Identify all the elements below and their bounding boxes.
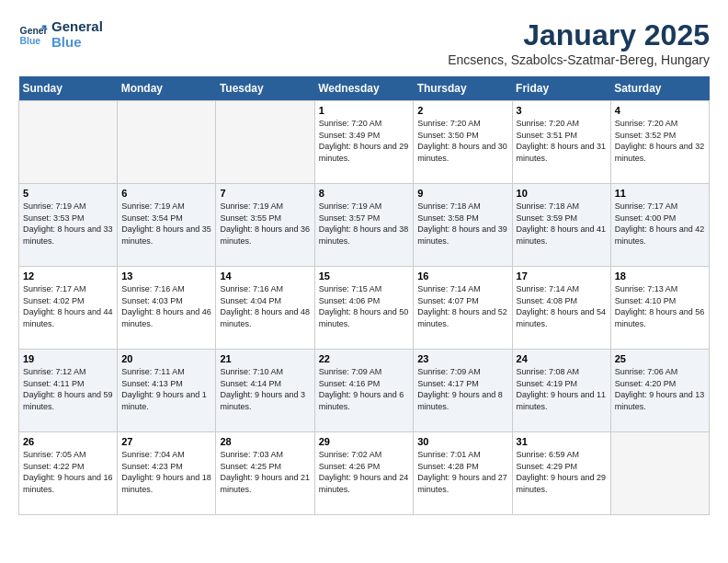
day-number: 28 bbox=[220, 436, 310, 447]
calendar-cell: 1Sunrise: 7:20 AM Sunset: 3:49 PM Daylig… bbox=[314, 101, 414, 184]
day-info: Sunrise: 7:20 AM Sunset: 3:49 PM Dayligh… bbox=[319, 118, 410, 164]
day-number: 19 bbox=[23, 353, 113, 364]
day-number: 3 bbox=[517, 105, 607, 116]
calendar-cell: 5Sunrise: 7:19 AM Sunset: 3:53 PM Daylig… bbox=[19, 184, 118, 267]
day-info: Sunrise: 7:13 AM Sunset: 4:10 PM Dayligh… bbox=[615, 283, 705, 329]
day-number: 30 bbox=[417, 436, 507, 447]
weekday-header-thursday: Thursday bbox=[414, 76, 512, 101]
day-info: Sunrise: 7:12 AM Sunset: 4:11 PM Dayligh… bbox=[23, 366, 113, 412]
calendar-cell: 6Sunrise: 7:19 AM Sunset: 3:54 PM Daylig… bbox=[118, 184, 216, 267]
calendar-cell: 2Sunrise: 7:20 AM Sunset: 3:50 PM Daylig… bbox=[414, 101, 512, 184]
page-header: General Blue General Blue January 2025 E… bbox=[18, 18, 710, 67]
day-number: 17 bbox=[517, 270, 607, 282]
calendar-cell: 15Sunrise: 7:15 AM Sunset: 4:06 PM Dayli… bbox=[314, 267, 414, 350]
calendar-cell: 3Sunrise: 7:20 AM Sunset: 3:51 PM Daylig… bbox=[512, 101, 610, 184]
day-info: Sunrise: 7:14 AM Sunset: 4:08 PM Dayligh… bbox=[517, 283, 607, 329]
weekday-header-tuesday: Tuesday bbox=[216, 76, 314, 101]
calendar-cell: 29Sunrise: 7:02 AM Sunset: 4:26 PM Dayli… bbox=[314, 432, 414, 515]
day-number: 31 bbox=[517, 436, 607, 447]
day-info: Sunrise: 7:19 AM Sunset: 3:57 PM Dayligh… bbox=[319, 201, 410, 247]
day-number: 23 bbox=[417, 353, 507, 364]
day-number: 21 bbox=[220, 353, 310, 364]
calendar-cell: 25Sunrise: 7:06 AM Sunset: 4:20 PM Dayli… bbox=[610, 350, 709, 432]
calendar-week-row: 1Sunrise: 7:20 AM Sunset: 3:49 PM Daylig… bbox=[19, 101, 710, 184]
day-info: Sunrise: 7:04 AM Sunset: 4:23 PM Dayligh… bbox=[121, 449, 211, 495]
calendar-cell bbox=[19, 101, 118, 184]
day-info: Sunrise: 7:20 AM Sunset: 3:52 PM Dayligh… bbox=[615, 118, 705, 164]
calendar-cell: 13Sunrise: 7:16 AM Sunset: 4:03 PM Dayli… bbox=[118, 267, 216, 350]
day-info: Sunrise: 7:16 AM Sunset: 4:03 PM Dayligh… bbox=[121, 283, 211, 329]
day-number: 12 bbox=[23, 270, 113, 282]
weekday-header-sunday: Sunday bbox=[19, 76, 118, 101]
calendar-week-row: 5Sunrise: 7:19 AM Sunset: 3:53 PM Daylig… bbox=[19, 184, 710, 267]
calendar-cell: 18Sunrise: 7:13 AM Sunset: 4:10 PM Dayli… bbox=[610, 267, 709, 350]
weekday-header-wednesday: Wednesday bbox=[314, 76, 414, 101]
day-info: Sunrise: 7:02 AM Sunset: 4:26 PM Dayligh… bbox=[319, 449, 410, 495]
weekday-header-saturday: Saturday bbox=[610, 76, 709, 101]
day-number: 13 bbox=[121, 270, 211, 282]
day-number: 5 bbox=[23, 188, 113, 199]
day-info: Sunrise: 7:17 AM Sunset: 4:00 PM Dayligh… bbox=[615, 201, 705, 247]
day-info: Sunrise: 7:20 AM Sunset: 3:51 PM Dayligh… bbox=[517, 118, 607, 164]
weekday-header-monday: Monday bbox=[118, 76, 216, 101]
day-info: Sunrise: 7:19 AM Sunset: 3:53 PM Dayligh… bbox=[23, 201, 113, 247]
calendar-cell bbox=[118, 101, 216, 184]
day-number: 24 bbox=[517, 353, 607, 364]
day-info: Sunrise: 7:15 AM Sunset: 4:06 PM Dayligh… bbox=[319, 283, 410, 329]
day-number: 26 bbox=[23, 436, 113, 447]
day-number: 22 bbox=[319, 353, 410, 364]
logo-line2: Blue bbox=[51, 34, 103, 50]
day-info: Sunrise: 7:17 AM Sunset: 4:02 PM Dayligh… bbox=[23, 283, 113, 329]
day-info: Sunrise: 7:01 AM Sunset: 4:28 PM Dayligh… bbox=[417, 449, 507, 495]
calendar-cell: 11Sunrise: 7:17 AM Sunset: 4:00 PM Dayli… bbox=[610, 184, 709, 267]
calendar-cell: 8Sunrise: 7:19 AM Sunset: 3:57 PM Daylig… bbox=[314, 184, 414, 267]
calendar-cell: 12Sunrise: 7:17 AM Sunset: 4:02 PM Dayli… bbox=[19, 267, 118, 350]
calendar-cell bbox=[216, 101, 314, 184]
calendar-week-row: 26Sunrise: 7:05 AM Sunset: 4:22 PM Dayli… bbox=[19, 432, 710, 515]
day-number: 18 bbox=[615, 270, 705, 282]
day-info: Sunrise: 7:03 AM Sunset: 4:25 PM Dayligh… bbox=[220, 449, 310, 495]
calendar-cell: 31Sunrise: 6:59 AM Sunset: 4:29 PM Dayli… bbox=[512, 432, 610, 515]
calendar-cell: 16Sunrise: 7:14 AM Sunset: 4:07 PM Dayli… bbox=[414, 267, 512, 350]
calendar-cell: 20Sunrise: 7:11 AM Sunset: 4:13 PM Dayli… bbox=[118, 350, 216, 432]
day-info: Sunrise: 7:16 AM Sunset: 4:04 PM Dayligh… bbox=[220, 283, 310, 329]
calendar-cell: 19Sunrise: 7:12 AM Sunset: 4:11 PM Dayli… bbox=[19, 350, 118, 432]
calendar-cell: 23Sunrise: 7:09 AM Sunset: 4:17 PM Dayli… bbox=[414, 350, 512, 432]
calendar-cell: 9Sunrise: 7:18 AM Sunset: 3:58 PM Daylig… bbox=[414, 184, 512, 267]
weekday-header-row: SundayMondayTuesdayWednesdayThursdayFrid… bbox=[19, 76, 710, 101]
day-info: Sunrise: 7:10 AM Sunset: 4:14 PM Dayligh… bbox=[220, 366, 310, 412]
day-info: Sunrise: 7:05 AM Sunset: 4:22 PM Dayligh… bbox=[23, 449, 113, 495]
day-info: Sunrise: 7:19 AM Sunset: 3:54 PM Dayligh… bbox=[121, 201, 211, 247]
month-title: January 2025 bbox=[448, 18, 710, 52]
day-info: Sunrise: 7:11 AM Sunset: 4:13 PM Dayligh… bbox=[121, 366, 211, 412]
calendar-cell: 26Sunrise: 7:05 AM Sunset: 4:22 PM Dayli… bbox=[19, 432, 118, 515]
day-number: 2 bbox=[417, 105, 507, 116]
day-number: 20 bbox=[121, 353, 211, 364]
day-number: 7 bbox=[220, 188, 310, 199]
calendar-cell: 22Sunrise: 7:09 AM Sunset: 4:16 PM Dayli… bbox=[314, 350, 414, 432]
day-number: 27 bbox=[121, 436, 211, 447]
day-number: 6 bbox=[121, 188, 211, 199]
logo-icon: General Blue bbox=[18, 19, 48, 49]
calendar-week-row: 19Sunrise: 7:12 AM Sunset: 4:11 PM Dayli… bbox=[19, 350, 710, 432]
day-number: 14 bbox=[220, 270, 310, 282]
svg-text:Blue: Blue bbox=[20, 36, 41, 46]
location-subtitle: Encsencs, Szabolcs-Szatmar-Bereg, Hungar… bbox=[448, 52, 710, 67]
calendar-cell: 21Sunrise: 7:10 AM Sunset: 4:14 PM Dayli… bbox=[216, 350, 314, 432]
logo: General Blue General Blue bbox=[18, 18, 103, 50]
day-number: 29 bbox=[319, 436, 410, 447]
day-number: 11 bbox=[615, 188, 705, 199]
logo-line1: General bbox=[51, 18, 103, 34]
calendar-cell: 10Sunrise: 7:18 AM Sunset: 3:59 PM Dayli… bbox=[512, 184, 610, 267]
calendar-week-row: 12Sunrise: 7:17 AM Sunset: 4:02 PM Dayli… bbox=[19, 267, 710, 350]
calendar-cell: 30Sunrise: 7:01 AM Sunset: 4:28 PM Dayli… bbox=[414, 432, 512, 515]
day-info: Sunrise: 7:09 AM Sunset: 4:17 PM Dayligh… bbox=[417, 366, 507, 412]
day-info: Sunrise: 7:09 AM Sunset: 4:16 PM Dayligh… bbox=[319, 366, 410, 412]
day-number: 4 bbox=[615, 105, 705, 116]
calendar-cell: 4Sunrise: 7:20 AM Sunset: 3:52 PM Daylig… bbox=[610, 101, 709, 184]
calendar-cell: 28Sunrise: 7:03 AM Sunset: 4:25 PM Dayli… bbox=[216, 432, 314, 515]
weekday-header-friday: Friday bbox=[512, 76, 610, 101]
calendar-cell bbox=[610, 432, 709, 515]
title-block: January 2025 Encsencs, Szabolcs-Szatmar-… bbox=[448, 18, 710, 67]
calendar-table: SundayMondayTuesdayWednesdayThursdayFrid… bbox=[18, 76, 710, 515]
